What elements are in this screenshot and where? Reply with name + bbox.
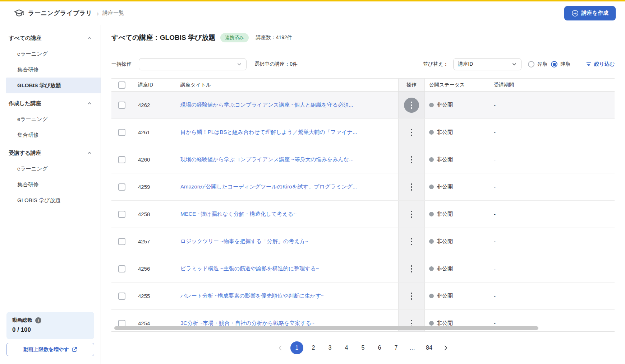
sort-select[interactable]: 講座ID (453, 58, 521, 70)
app-title: ラーニングライブラリ (28, 9, 92, 17)
sidebar-item-label: eラーニング (17, 165, 48, 172)
info-icon[interactable]: i (35, 317, 41, 323)
chevron-down-icon (512, 62, 517, 67)
row-checkbox[interactable] (118, 265, 125, 272)
create-course-button[interactable]: 講座を作成 (564, 6, 616, 20)
chevron-up-icon (87, 36, 92, 41)
enrollment-period: - (485, 184, 615, 190)
publish-status: 非公開 (437, 265, 453, 272)
sidebar-item-label: 集合研修 (17, 181, 39, 188)
sidebar-item[interactable]: GLOBIS 学び放題 (6, 78, 101, 93)
sort-value: 講座ID (458, 61, 473, 67)
enrollment-period: - (485, 238, 615, 244)
filter-icon (586, 61, 592, 67)
pagination-page-5[interactable]: 5 (357, 341, 369, 354)
pagination-page-2[interactable]: 2 (307, 341, 320, 354)
row-actions-menu-button[interactable] (409, 236, 414, 247)
sidebar-item[interactable]: GLOBIS 学び放題 (0, 192, 101, 208)
sidebar-item[interactable]: 集合研修 (0, 62, 101, 78)
row-actions-menu-button[interactable] (409, 290, 414, 302)
pagination: 1234567…84 (111, 332, 615, 364)
pagination-next-button[interactable] (439, 341, 452, 354)
enrollment-period: - (485, 157, 615, 163)
pagination-prev-button[interactable] (274, 341, 287, 354)
select-all-checkbox[interactable] (118, 81, 125, 89)
sidebar-item-label: 集合研修 (17, 132, 39, 139)
course-title-link[interactable]: ピラミッド構造 ~主張の筋道や論拠を構造的に整理する~ (175, 265, 398, 272)
sort-desc-radio[interactable] (551, 61, 557, 67)
row-checkbox[interactable] (118, 156, 125, 163)
pagination-page-4[interactable]: 4 (340, 341, 353, 354)
course-title-link[interactable]: 現場の経験値から学ぶコンプライアンス講座 ~個人と組織を守る必須... (175, 102, 398, 108)
video-total-panel: 動画総数 i 0 / 100 (6, 312, 94, 339)
row-actions-menu-button[interactable] (409, 154, 414, 165)
row-actions-menu-button[interactable] (409, 209, 414, 220)
filter-label: 絞り込む (594, 61, 615, 67)
bulk-action-select[interactable] (139, 58, 247, 70)
table-row: 4260 現場の経験値から学ぶコンプライアンス講座 ~等身大の悩みをみんな...… (111, 146, 615, 173)
sidebar-item[interactable]: eラーニング (0, 46, 101, 62)
table-row: 4259 Amazonが公開したコーディングツールのKiroを試す。プログラミン… (111, 173, 615, 201)
main-content: すべての講座：GLOBIS 学び放題 連携済み 講座数：4192件 一括操作 選… (101, 25, 625, 364)
video-count: 0 / 100 (12, 326, 88, 333)
brand[interactable]: ラーニングライブラリ (14, 8, 92, 19)
row-actions-menu-button[interactable] (409, 181, 414, 193)
status-dot-icon (429, 212, 434, 216)
page-title: すべての講座：GLOBIS 学び放題 (111, 33, 215, 42)
row-checkbox[interactable] (118, 293, 125, 300)
course-title-link[interactable]: 3C分析 ~市場・競合・自社の分析から戦略を立案する~ (175, 320, 398, 327)
breadcrumb-separator: › (97, 10, 99, 17)
pagination-page-3[interactable]: 3 (323, 341, 336, 354)
course-title-link[interactable]: Amazonが公開したコーディングツールのKiroを試す。プログラミング... (175, 183, 398, 190)
row-checkbox[interactable] (118, 211, 125, 218)
course-id: 4256 (132, 266, 175, 272)
row-actions-menu-button[interactable] (404, 98, 419, 113)
sidebar-section-header[interactable]: 受講する講座 (0, 145, 101, 161)
row-checkbox[interactable] (118, 320, 125, 327)
row-checkbox[interactable] (118, 183, 125, 191)
pagination-page-7[interactable]: 7 (390, 341, 403, 354)
enrollment-period: - (485, 320, 615, 326)
enrollment-period: - (485, 266, 615, 272)
course-table: 講座ID 講座タイトル 操作 公開ステータス 受講期間 4262 現場の経験値か… (111, 78, 615, 332)
sort-asc-radio[interactable] (528, 61, 534, 67)
course-id: 4262 (132, 102, 175, 108)
pagination-page-1[interactable]: 1 (290, 341, 303, 354)
row-actions-menu-button[interactable] (409, 263, 414, 275)
course-title-link[interactable]: 現場の経験値から学ぶコンプライアンス講座 ~等身大の悩みをみんな... (175, 156, 398, 163)
status-dot-icon (429, 266, 434, 271)
enrollment-period: - (485, 129, 615, 135)
row-actions-menu-button[interactable] (409, 127, 414, 138)
sidebar-item[interactable]: eラーニング (0, 161, 101, 177)
course-title-link[interactable]: ロジックツリー ~物事を把握する「分解」の考え方~ (175, 238, 398, 245)
row-checkbox[interactable] (118, 102, 125, 109)
table-header-row: 講座ID 講座タイトル 操作 公開ステータス 受講期間 (111, 79, 615, 92)
sidebar-item-label: eラーニング (17, 51, 48, 57)
pagination-page-84[interactable]: 84 (423, 341, 436, 354)
course-id: 4259 (132, 184, 175, 190)
publish-status: 非公開 (437, 156, 453, 163)
pagination-ellipsis: … (406, 341, 419, 354)
sidebar-section-label: すべての講座 (9, 35, 41, 42)
increase-video-limit-button[interactable]: 動画上限数を増やす (6, 343, 94, 356)
sidebar-item[interactable]: eラーニング (0, 111, 101, 127)
breadcrumb-current: 講座一覧 (102, 10, 124, 17)
pagination-page-6[interactable]: 6 (373, 341, 386, 354)
sidebar-section-header[interactable]: 作成した講座 (0, 95, 101, 111)
external-link-icon (72, 347, 77, 352)
row-checkbox[interactable] (118, 238, 125, 245)
course-title-link[interactable]: パレート分析 ~構成要素の影響を優先順位や判断に生かす~ (175, 293, 398, 299)
filter-button[interactable]: 絞り込む (586, 61, 615, 67)
sidebar-section-header[interactable]: すべての講座 (0, 30, 101, 46)
course-title-link[interactable]: MECE ~抜け漏れなく分解・構造化して考える~ (175, 211, 398, 218)
publish-status: 非公開 (437, 102, 453, 108)
sidebar-item[interactable]: 集合研修 (0, 127, 101, 143)
sidebar-item-label: GLOBIS 学び放題 (17, 82, 61, 89)
course-title-link[interactable]: 目から鱗！PLはBSと組み合わせて理解しよう／鷲巣大輔の「ファイナ... (175, 129, 398, 136)
app-header: ラーニングライブラリ › 講座一覧 講座を作成 (0, 1, 625, 25)
row-checkbox[interactable] (118, 129, 125, 136)
horizontal-scrollbar[interactable] (114, 326, 538, 330)
table-row: 4261 目から鱗！PLはBSと組み合わせて理解しよう／鷲巣大輔の「ファイナ..… (111, 119, 615, 146)
sidebar-item[interactable]: 集合研修 (0, 177, 101, 192)
sidebar-section-label: 受講する講座 (9, 150, 41, 157)
